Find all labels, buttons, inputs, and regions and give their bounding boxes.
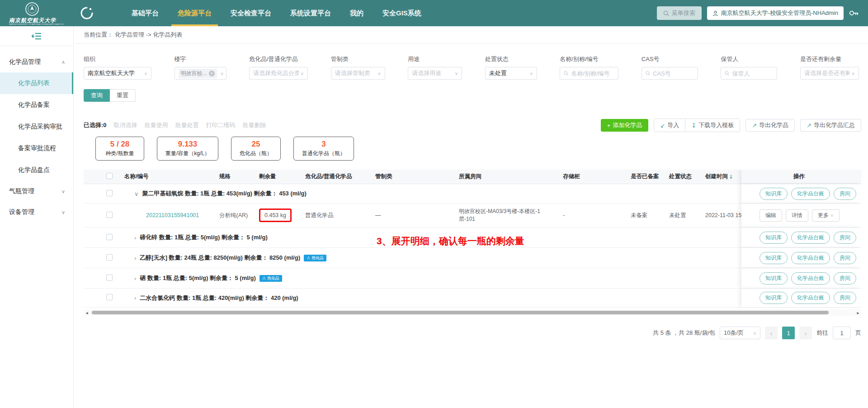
- detail-button[interactable]: 详情: [786, 209, 808, 222]
- sidebar-item-chemical-list[interactable]: 化学品列表: [0, 72, 73, 94]
- header-disposal: 处置状态: [665, 173, 701, 180]
- filter-label: 危化品/普通化学品: [249, 55, 308, 63]
- prev-page-button[interactable]: ‹: [765, 327, 778, 339]
- nav-tab-mine[interactable]: 我的: [350, 0, 363, 26]
- nav-tabs: 基础平台 危险源平台 安全检查平台 系统设置平台 我的 安全GIS系统: [132, 0, 421, 26]
- building-select[interactable]: 明故宫校... × ∨: [175, 67, 226, 80]
- nav-tab-system-settings-platform[interactable]: 系统设置平台: [290, 0, 331, 26]
- nav-tab-basic-platform[interactable]: 基础平台: [132, 0, 159, 26]
- nav-tab-safety-gis[interactable]: 安全GIS系统: [382, 0, 421, 26]
- expand-row-icon[interactable]: ›: [134, 255, 136, 261]
- scrollbar-thumb[interactable]: [92, 311, 829, 314]
- chemical-ledger-button[interactable]: 化学品台账: [791, 292, 830, 304]
- edit-button[interactable]: 编辑: [760, 209, 782, 222]
- sidebar-item-chemical-filing[interactable]: 化学品备案: [0, 94, 73, 116]
- row-checkbox[interactable]: [106, 234, 113, 240]
- expand-row-icon[interactable]: ›: [134, 234, 136, 241]
- add-chemical-button[interactable]: + 添加化学品: [601, 119, 649, 132]
- page-size-select[interactable]: 10条/页 ∨: [720, 327, 760, 339]
- has-remaining-select[interactable]: 请选择是否还有剩 ∨: [800, 67, 859, 80]
- nav-tab-hazard-platform[interactable]: 危险源平台: [178, 0, 212, 26]
- export-chemicals-button[interactable]: ↗ 导出化学品: [745, 119, 795, 132]
- chemical-ledger-button[interactable]: 化学品台账: [791, 272, 830, 285]
- room-button[interactable]: 房间: [834, 232, 856, 244]
- sidebar-item-purchase-approval[interactable]: 化学品采购审批: [0, 116, 73, 138]
- print-qrcode-link[interactable]: 打印二维码: [206, 121, 236, 129]
- goto-page-input[interactable]: [833, 327, 851, 339]
- more-button[interactable]: 更多 ∨: [812, 209, 840, 222]
- query-button[interactable]: 查询: [84, 89, 110, 102]
- tag-close-icon[interactable]: ×: [209, 71, 215, 76]
- knowledge-base-button[interactable]: 知识库: [760, 272, 788, 285]
- logout-key-button[interactable]: [849, 9, 859, 17]
- batch-use-link[interactable]: 批量使用: [145, 121, 168, 129]
- user-account-button[interactable]: 南京航空航天大学-校级安全管理员-NHAdmin: [707, 6, 844, 20]
- chemical-code-link[interactable]: 20221103155941001: [120, 212, 215, 218]
- current-page-button[interactable]: 1: [782, 327, 795, 339]
- batch-dispose-link[interactable]: 批量处置: [175, 121, 199, 129]
- sidebar-item-filing-approval-flow[interactable]: 备案审批流程: [0, 138, 73, 159]
- row-checkbox[interactable]: [106, 190, 113, 196]
- sidebar-group-gas-cylinder[interactable]: 气瓶管理 ∨: [0, 181, 73, 202]
- knowledge-base-button[interactable]: 知识库: [760, 232, 788, 244]
- export-summary-button[interactable]: ↗ 导出化学品汇总: [800, 119, 861, 132]
- next-page-button[interactable]: ›: [799, 327, 812, 339]
- chevron-down-icon: ∨: [852, 71, 855, 76]
- nav-tab-safety-check-platform[interactable]: 安全检查平台: [231, 0, 271, 26]
- knowledge-base-button[interactable]: 知识库: [760, 292, 788, 304]
- remaining-value-highlighted: 0.453 kg: [259, 209, 292, 222]
- custodian-search: [721, 67, 777, 80]
- sort-control[interactable]: ▲ ▼: [729, 174, 733, 180]
- cas-input[interactable]: [653, 70, 694, 77]
- university-name-en: NANJING UNIVERSITY OF AERONAUTICS AND AS…: [9, 23, 71, 25]
- room-button[interactable]: 房间: [834, 188, 856, 200]
- import-arrow-icon: ↙: [660, 122, 665, 129]
- building-tag: 明故宫校... ×: [179, 69, 217, 78]
- cancel-selection-link[interactable]: 取消选择: [114, 121, 137, 129]
- search-icon: [564, 71, 568, 76]
- select-all-checkbox[interactable]: [106, 173, 113, 179]
- control-type-select[interactable]: 请选择管制类 ∨: [331, 67, 385, 80]
- sidebar-group-chemical-management[interactable]: 化学品管理 ∧: [0, 52, 73, 72]
- scrollbar-track[interactable]: [90, 309, 855, 316]
- expand-row-icon[interactable]: ›: [134, 294, 136, 301]
- organization-select[interactable]: 南京航空航天大学 ∨: [84, 67, 151, 80]
- header-actions: 操作: [741, 170, 861, 184]
- row-checkbox[interactable]: [106, 275, 113, 281]
- group-summary-cell: ∨ 聚二甲基硅氧烷 数量: 1瓶 总量: 453(ml/g) 剩余量： 453 …: [120, 190, 741, 198]
- menu-search-button[interactable]: 菜单搜索: [657, 6, 702, 20]
- reset-button[interactable]: 重置: [110, 89, 136, 102]
- group-summary: 聚二甲基硅氧烷 数量: 1瓶 总量: 453(ml/g) 剩余量： 453 (m…: [142, 190, 307, 198]
- room-button[interactable]: 房间: [834, 272, 856, 285]
- hazard-category-select[interactable]: 请选择危化品分类 ∨: [249, 67, 308, 80]
- import-button[interactable]: ↙ 导入: [654, 119, 685, 132]
- collapse-row-icon[interactable]: ∨: [134, 190, 139, 197]
- expand-row-icon[interactable]: ›: [134, 275, 136, 282]
- spec-cell: 分析纯(AR): [215, 212, 255, 219]
- room-button[interactable]: 房间: [834, 252, 856, 264]
- knowledge-base-button[interactable]: 知识库: [760, 188, 788, 200]
- usage-select[interactable]: 请选择用途 ∨: [408, 67, 462, 80]
- batch-delete-link[interactable]: 批量删除: [243, 121, 266, 129]
- chemical-ledger-button[interactable]: 化学品台账: [791, 232, 830, 244]
- row-checkbox[interactable]: [106, 254, 113, 261]
- knowledge-base-button[interactable]: 知识库: [760, 252, 788, 264]
- header-spec: 规格: [215, 173, 255, 180]
- row-checkbox[interactable]: [106, 212, 113, 218]
- scroll-left-arrow[interactable]: ◂: [84, 310, 90, 315]
- disposal-status-value: 未处置: [489, 69, 507, 77]
- disposal-status-select[interactable]: 未处置 ∨: [485, 67, 537, 80]
- name-code-input[interactable]: [571, 70, 615, 77]
- chemical-ledger-button[interactable]: 化学品台账: [791, 188, 830, 200]
- row-checkbox[interactable]: [106, 294, 113, 300]
- download-template-button[interactable]: ↧ 下载导入模板: [685, 119, 740, 132]
- breadcrumb-path: 化学品管理 -> 化学品列表: [115, 31, 182, 39]
- scroll-right-arrow[interactable]: ▸: [855, 310, 861, 315]
- sidebar-group-equipment[interactable]: 设备管理 ∨: [0, 202, 73, 223]
- sidebar-collapse-button[interactable]: [0, 26, 73, 46]
- custodian-input[interactable]: [732, 70, 774, 77]
- filter-building: 楼宇 明故宫校... × ∨: [175, 55, 226, 80]
- chemical-ledger-button[interactable]: 化学品台账: [791, 252, 830, 264]
- sidebar-item-chemical-inventory[interactable]: 化学品盘点: [0, 159, 73, 181]
- room-button[interactable]: 房间: [834, 292, 856, 304]
